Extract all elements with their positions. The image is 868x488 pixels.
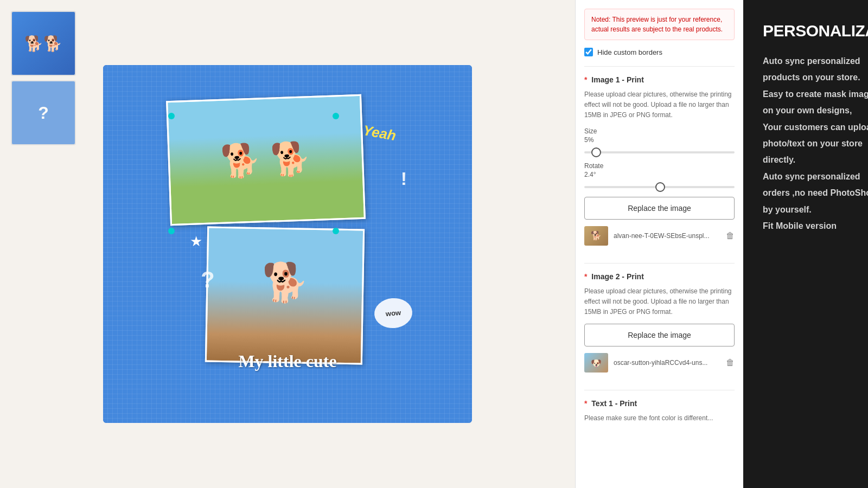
thumbnail-1[interactable]: 🐕🐕 [11,11,76,76]
right-panel-title: PERSONALIZATION [763,22,868,40]
image2-replace-button[interactable]: Replace the image [584,324,735,346]
handle-ml[interactable] [168,228,175,234]
handle-tl[interactable] [168,113,175,119]
middle-panel: Noted: This preview is just for your ref… [575,0,743,488]
image1-section: * Image 1 - Print Please upload clear pi… [584,66,735,263]
text1-section: * Text 1 - Print Please make sure the fo… [584,390,735,439]
image1-title-text: Image 1 - Print [591,75,643,84]
product-text-overlay: My little cute [238,351,336,371]
thumbnail-sidebar: 🐕🐕 ? [11,11,76,145]
wow-decoration: wow [373,297,414,330]
image1-title: * Image 1 - Print [584,75,735,84]
right-line-1: Auto sync personalizedproducts on your s… [763,56,868,230]
hide-borders-label: Hide custom borders [597,48,662,56]
text1-desc: Please make sure the font color is diffe… [584,413,735,423]
image2-title: * Image 2 - Print [584,272,735,281]
text1-title-text: Text 1 - Print [591,399,637,408]
photo-frame-2 [205,226,365,364]
image1-file-name: alvan-nee-T-0EW-SEbsE-unspl... [614,232,720,240]
rotate-slider-row: Rotate 2.4° [584,162,735,190]
star-decoration: ★ [190,233,202,250]
notice-text: Noted: This preview is just for your ref… [591,16,723,33]
thumbnail-2[interactable]: ? [11,80,76,145]
image1-desc: Please upload clear pictures, otherwise … [584,89,735,121]
product-preview: Yeah wow ★ ? ! My little cute [103,65,472,423]
text1-title: * Text 1 - Print [584,399,735,408]
image1-delete-icon[interactable]: 🗑 [726,231,735,241]
rotate-slider[interactable] [584,186,735,188]
image1-file-row: 🐕 alvan-nee-T-0EW-SEbsE-unspl... 🗑 [584,226,735,246]
rotate-label: Rotate [584,162,735,170]
image2-file-thumb: 🐶 [584,353,608,373]
right-panel-body: Auto sync personalizedproducts on your s… [763,53,868,234]
notice-box: Noted: This preview is just for your ref… [584,9,735,40]
image2-required-star: * [584,272,587,281]
hide-borders-row: Hide custom borders [584,48,735,56]
handle-mr[interactable] [333,228,339,234]
image1-required-star: * [584,75,587,84]
image1-file-thumb: 🐕 [584,226,608,246]
control-panel-scroll[interactable]: Noted: This preview is just for your ref… [576,0,743,488]
image2-file-name: oscar-sutton-yihlaRCCvd4-uns... [614,359,720,367]
size-slider-row: Size 5% [584,127,735,156]
image2-section: * Image 2 - Print Please upload clear pi… [584,263,735,390]
image2-file-row: 🐶 oscar-sutton-yihlaRCCvd4-uns... 🗑 [584,353,735,373]
yeah-decoration: Yeah [362,122,398,144]
left-panel: 🐕🐕 ? Yeah wow ★ ? ! My little cute [0,0,575,488]
size-value: 5% [584,136,735,144]
exclamation-decoration: ! [401,168,407,189]
image1-replace-button[interactable]: Replace the image [584,197,735,220]
size-label: Size [584,127,735,135]
size-slider[interactable] [584,151,735,153]
rotate-value: 2.4° [584,171,735,178]
right-panel: PERSONALIZATION Auto sync personalizedpr… [743,0,868,488]
question-decoration: ? [201,267,215,293]
image2-desc: Please upload clear pictures, otherwise … [584,286,735,318]
text1-required-star: * [584,399,587,408]
hide-borders-checkbox[interactable] [584,48,593,56]
image2-title-text: Image 2 - Print [591,272,643,281]
handle-tr[interactable] [333,113,339,119]
image2-delete-icon[interactable]: 🗑 [726,358,735,368]
